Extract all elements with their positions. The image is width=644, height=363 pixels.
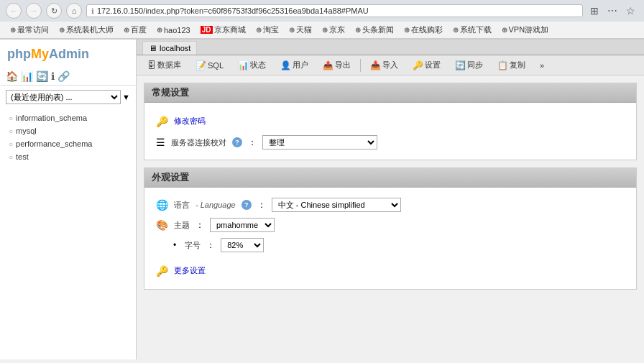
bookmark-label: 淘宝 [263, 24, 279, 35]
password-icon: 🔑 [156, 116, 168, 127]
fontsize-select[interactable]: 82% [221, 238, 264, 252]
bookmark-hao123[interactable]: ⊕ hao123 [152, 24, 195, 36]
reload-button[interactable]: ↻ [46, 3, 62, 19]
toolbar-separator [360, 59, 361, 72]
db-item-test[interactable]: ○ test [0, 150, 136, 163]
bookmark-taobao[interactable]: ⊕ 淘宝 [252, 23, 283, 37]
user-icon: 👤 [280, 60, 291, 70]
browser-chrome: ← → ↻ ⌂ ℹ 172.16.0.150/index.php?token=c… [0, 0, 644, 40]
collation-icon: ☰ [156, 137, 165, 148]
bookmark-vpn[interactable]: ⊕ VPN游戏加 [497, 23, 553, 37]
language-colon: ： [257, 199, 266, 211]
toolbar-sql-label: SQL [208, 61, 224, 70]
localhost-tab[interactable]: 🖥 localhost [142, 41, 197, 55]
database-list: ○ information_schema ○ mysql ○ performan… [0, 109, 136, 359]
change-password-link[interactable]: 修改密码 [174, 113, 206, 129]
toolbar-more[interactable]: » [533, 59, 551, 72]
bookmark-label: 头条新闻 [362, 24, 394, 35]
collation-colon: ： [248, 137, 257, 149]
home-button[interactable]: ⌂ [66, 3, 82, 19]
language-label: 语言 [174, 200, 190, 211]
language-dash-label: - Language [196, 201, 236, 209]
main-content: 🖥 localhost 🗄 数据库 📝 SQL 📊 状态 👤 用户 [137, 40, 644, 359]
toolbar-status[interactable]: 📊 状态 [231, 58, 272, 73]
extensions-button[interactable]: ⊞ [587, 4, 602, 18]
bookmark-zuichang[interactable]: ⊕ 最常访问 [6, 23, 53, 37]
link-icon[interactable]: 🔗 [58, 70, 70, 82]
localhost-tab-label: localhost [160, 44, 190, 52]
address-bar[interactable]: ℹ 172.16.0.150/index.php?token=c60f86753… [86, 4, 583, 17]
db-name: test [16, 152, 29, 161]
menu-button[interactable]: ⋯ [604, 4, 620, 18]
db-select-go[interactable]: ▼ [122, 93, 130, 101]
change-password-row: 🔑 修改密码 [156, 110, 625, 132]
bookmark-tianmao[interactable]: ⊕ 天猫 [285, 23, 316, 37]
toolbar-export[interactable]: 📤 导出 [316, 58, 357, 73]
bookmarks-bar: ⊕ 最常访问 ⊕ 系统装机大师 ⊕ 百度 ⊕ hao123 JD 京东商城 ⊕ … [0, 22, 644, 39]
appearance-settings-header: 外观设置 [144, 168, 636, 188]
db-item-information-schema[interactable]: ○ information_schema [0, 111, 136, 124]
toolbar-sync[interactable]: 🔄 同步 [448, 58, 489, 73]
lock-icon: ℹ [91, 7, 94, 15]
toolbar-import[interactable]: 📥 导入 [364, 58, 405, 73]
db-select-dropdown[interactable]: (最近使用的表) ... [6, 90, 121, 104]
db-item-performance-schema[interactable]: ○ performance_schema [0, 137, 136, 150]
db-icon: ○ [9, 114, 13, 122]
more-settings-label: 更多设置 [174, 265, 206, 276]
theme-select[interactable]: pmahomme [210, 218, 275, 232]
bookmark-icon: ⊕ [355, 26, 361, 34]
favorite-button[interactable]: ☆ [623, 4, 638, 18]
toolbar-settings-label: 设置 [425, 60, 441, 70]
chart-icon[interactable]: 📊 [21, 70, 33, 82]
home-icon[interactable]: 🏠 [6, 70, 18, 82]
refresh-icon[interactable]: 🔄 [36, 70, 48, 82]
info-icon[interactable]: ℹ [51, 70, 55, 82]
status-icon: 📊 [238, 60, 249, 70]
bookmark-jingdong[interactable]: ⊕ 京东 [318, 23, 349, 37]
export-icon: 📤 [323, 60, 334, 70]
bookmark-xitong[interactable]: ⊕ 系统装机大师 [55, 23, 118, 37]
bookmark-icon: ⊕ [157, 26, 162, 34]
back-button[interactable]: ← [6, 3, 22, 19]
bookmark-icon: ⊕ [256, 26, 262, 34]
bookmark-icon: ⊕ [59, 26, 65, 34]
bookmark-label: 系统下载 [460, 24, 492, 35]
collation-select[interactable]: 整理 [262, 135, 377, 150]
browser-toolbar: ← → ↻ ⌂ ℹ 172.16.0.150/index.php?token=c… [0, 0, 644, 22]
bookmark-caipiao[interactable]: ⊕ 在线购彩 [400, 23, 447, 37]
toolbar-sql[interactable]: 📝 SQL [189, 58, 230, 73]
sidebar-icon-bar: 🏠 📊 🔄 ℹ 🔗 [0, 68, 136, 86]
database-icon: 🗄 [147, 60, 156, 70]
bookmark-baidu[interactable]: ⊕ 百度 [119, 23, 151, 37]
toolbar-user[interactable]: 👤 用户 [274, 58, 315, 73]
collation-row: ☰ 服务器连接校对 ? ： 整理 [156, 132, 625, 152]
toolbar-database[interactable]: 🗄 数据库 [141, 58, 188, 73]
more-settings-row: 🔑 更多设置 [156, 259, 625, 282]
language-select[interactable]: 中文 - Chinese simplified [272, 198, 401, 212]
appearance-settings-title: 外观设置 [152, 172, 189, 183]
bookmark-icon: ⊕ [322, 26, 328, 34]
db-name: mysql [16, 127, 37, 135]
toolbar-settings[interactable]: 🔑 设置 [406, 58, 447, 73]
tab-bar-wrapper: 🖥 localhost [137, 40, 644, 55]
language-help-icon[interactable]: ? [242, 200, 252, 210]
forward-button[interactable]: → [26, 3, 42, 19]
logo-my: My [31, 47, 49, 61]
db-icon: ○ [9, 153, 13, 161]
more-settings-icon: 🔑 [156, 265, 168, 277]
db-icon: ○ [9, 140, 13, 148]
toolbar-copy[interactable]: 📋 复制 [491, 58, 532, 73]
db-select-container[interactable]: (最近使用的表) ... ▼ [6, 90, 130, 104]
toolbar: 🗄 数据库 📝 SQL 📊 状态 👤 用户 📤 导出 📥 [137, 55, 644, 75]
bookmark-jd[interactable]: JD 京东商城 [196, 23, 250, 37]
bookmark-xiazai[interactable]: ⊕ 系统下载 [448, 23, 496, 37]
toolbar-status-label: 状态 [250, 60, 266, 70]
db-icon: ○ [9, 127, 13, 135]
more-settings-link[interactable]: 更多设置 [174, 262, 206, 279]
language-row: 🌐 语言 - Language ? ： 中文 - Chinese simplif… [156, 195, 625, 215]
theme-label: 主题 [174, 220, 190, 231]
collation-help-icon[interactable]: ? [232, 137, 242, 147]
bookmark-toutiao[interactable]: ⊕ 头条新闻 [351, 23, 398, 37]
settings-icon: 🔑 [413, 60, 423, 70]
db-item-mysql[interactable]: ○ mysql [0, 124, 136, 137]
